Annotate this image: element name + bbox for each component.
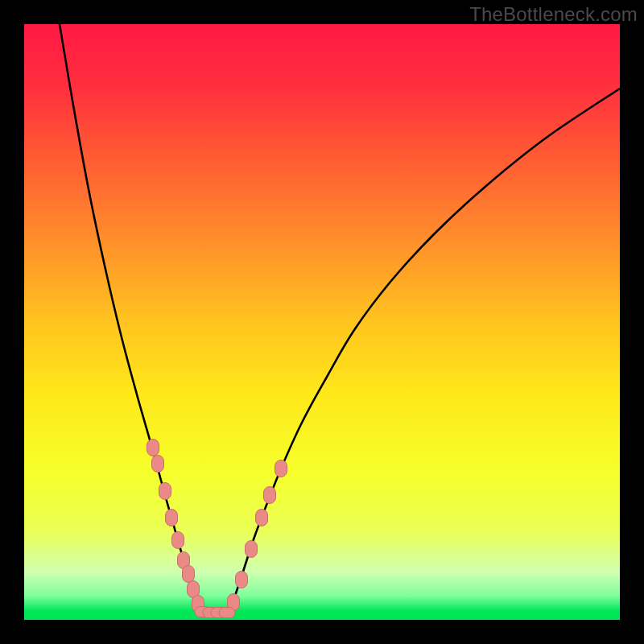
marker-group xyxy=(147,440,287,618)
watermark-text: TheBottleneck.com xyxy=(469,3,638,26)
data-marker xyxy=(152,456,164,473)
data-marker xyxy=(256,510,268,526)
data-marker xyxy=(236,572,248,588)
data-marker xyxy=(172,532,184,549)
data-marker xyxy=(246,541,258,558)
data-marker xyxy=(219,608,235,618)
data-marker xyxy=(166,510,178,526)
data-marker xyxy=(275,460,287,477)
curve-layer xyxy=(24,24,620,620)
data-marker xyxy=(159,483,171,500)
left-curve xyxy=(60,24,201,612)
data-marker xyxy=(264,487,276,504)
plot-area xyxy=(24,24,620,620)
data-marker xyxy=(183,566,195,583)
data-marker xyxy=(147,440,159,456)
right-curve xyxy=(229,89,620,612)
chart-frame: TheBottleneck.com xyxy=(0,0,644,644)
